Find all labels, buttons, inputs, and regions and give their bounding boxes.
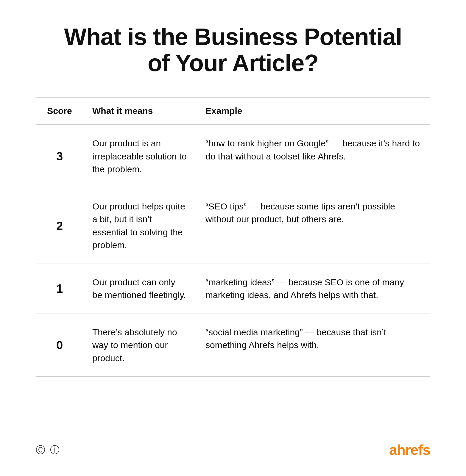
header-example: Example bbox=[197, 97, 430, 125]
cell-what-it-means: Our product helps quite a bit, but it is… bbox=[83, 188, 197, 264]
cell-score: 0 bbox=[36, 314, 83, 377]
footer: Ⓒ ⓘ ahrefs bbox=[36, 436, 430, 458]
page-container: What is the Business Potential of Your A… bbox=[0, 0, 466, 476]
page-title: What is the Business Potential of Your A… bbox=[36, 24, 430, 76]
cell-example: “social media marketing” — because that … bbox=[197, 314, 430, 377]
header-what-it-means: What it means bbox=[83, 97, 197, 125]
creative-commons-icon: Ⓒ bbox=[36, 444, 45, 457]
table-header-row: Score What it means Example bbox=[36, 97, 430, 125]
cell-example: “marketing ideas” — because SEO is one o… bbox=[197, 264, 430, 314]
info-icon: ⓘ bbox=[50, 444, 60, 457]
table-row: 0There’s absolutely no way to mention ou… bbox=[36, 314, 430, 377]
cell-what-it-means: There’s absolutely no way to mention our… bbox=[83, 314, 197, 377]
cell-score: 1 bbox=[36, 264, 83, 314]
cell-what-it-means: Our product is an irreplaceable solution… bbox=[83, 125, 197, 188]
table-row: 1Our product can only be mentioned fleet… bbox=[36, 264, 430, 314]
cell-score: 2 bbox=[36, 188, 83, 264]
cell-example: “SEO tips” — because some tips aren’t po… bbox=[197, 188, 430, 264]
cell-example: “how to rank higher on Google” — because… bbox=[197, 125, 430, 188]
table-row: 2Our product helps quite a bit, but it i… bbox=[36, 188, 430, 264]
cell-score: 3 bbox=[36, 125, 83, 188]
table-row: 3Our product is an irreplaceable solutio… bbox=[36, 125, 430, 188]
footer-icons: Ⓒ ⓘ bbox=[36, 444, 60, 457]
header-score: Score bbox=[36, 97, 83, 125]
ahrefs-logo: ahrefs bbox=[389, 442, 430, 458]
business-potential-table: Score What it means Example 3Our product… bbox=[36, 97, 430, 377]
cell-what-it-means: Our product can only be mentioned fleeti… bbox=[83, 264, 197, 314]
table-wrapper: Score What it means Example 3Our product… bbox=[36, 97, 430, 377]
